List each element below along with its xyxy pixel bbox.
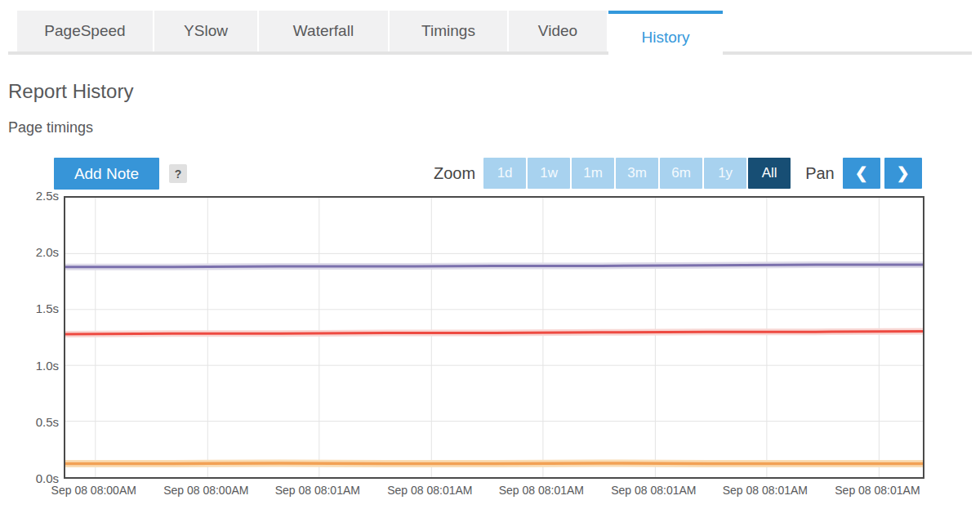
timings-chart: 0.0s0.5s1.0s1.5s2.0s2.5s Sep 08 08:00AMS… — [0, 196, 980, 508]
pan-left-button[interactable]: ❮ — [843, 158, 880, 189]
orange-series-line — [65, 463, 923, 464]
zoom-option-6m[interactable]: 6m — [660, 158, 702, 189]
section-title: Page timings — [8, 119, 980, 136]
x-axis-label: Sep 08 08:01AM — [712, 484, 818, 497]
zoom-option-1y[interactable]: 1y — [704, 158, 746, 189]
x-axis-label: Sep 08 08:01AM — [265, 484, 371, 497]
zoom-option-1m[interactable]: 1m — [572, 158, 614, 189]
x-axis-label: Sep 08 08:01AM — [488, 484, 595, 497]
y-axis-label: 2.5s — [0, 189, 59, 203]
pan-right-button[interactable]: ❯ — [884, 158, 922, 189]
zoom-option-1w[interactable]: 1w — [528, 158, 570, 189]
y-axis-label: 1.5s — [0, 301, 59, 315]
x-axis-label: Sep 08 08:00AM — [41, 484, 147, 497]
y-axis-label: 0.5s — [0, 415, 59, 429]
y-axis-label: 1.0s — [0, 359, 59, 373]
zoom-label: Zoom — [434, 164, 475, 183]
zoom-option-3m[interactable]: 3m — [616, 158, 658, 189]
zoom-pan-cluster: Zoom 1d1w1m3m6m1yAll Pan ❮ ❯ — [434, 158, 922, 189]
tab-history[interactable]: History — [608, 11, 723, 61]
zoom-options: 1d1w1m3m6m1yAll — [483, 158, 792, 189]
add-note-button[interactable]: Add Note — [54, 158, 159, 190]
tab-video[interactable]: Video — [509, 11, 607, 51]
zoom-option-all[interactable]: All — [748, 158, 791, 189]
plot-svg — [65, 198, 923, 477]
pan-label: Pan — [805, 164, 835, 183]
tab-bar: PageSpeedYSlowWaterfallTimingsVideoHisto… — [8, 11, 972, 62]
chevron-left-icon: ❮ — [855, 164, 868, 181]
page-title: Report History — [8, 80, 980, 103]
tab-timings[interactable]: Timings — [390, 11, 507, 51]
chevron-right-icon: ❯ — [897, 164, 910, 181]
y-axis-label: 2.0s — [0, 245, 59, 259]
x-axis-label: Sep 08 08:00AM — [153, 484, 259, 497]
plot-area[interactable] — [64, 196, 924, 479]
x-axis-label: Sep 08 08:01AM — [376, 484, 483, 497]
tab-yslow[interactable]: YSlow — [154, 11, 257, 51]
chart-controls: Add Note ? Zoom 1d1w1m3m6m1yAll Pan ❮ ❯ — [0, 158, 980, 190]
tab-list: PageSpeedYSlowWaterfallTimingsVideoHisto… — [17, 11, 724, 61]
zoom-option-1d[interactable]: 1d — [483, 158, 526, 189]
help-button[interactable]: ? — [169, 164, 187, 183]
tab-pagespeed[interactable]: PageSpeed — [17, 11, 153, 51]
x-axis-label: Sep 08 08:01AM — [824, 484, 930, 497]
tab-waterfall[interactable]: Waterfall — [259, 11, 388, 51]
x-axis-label: Sep 08 08:01AM — [600, 484, 706, 497]
